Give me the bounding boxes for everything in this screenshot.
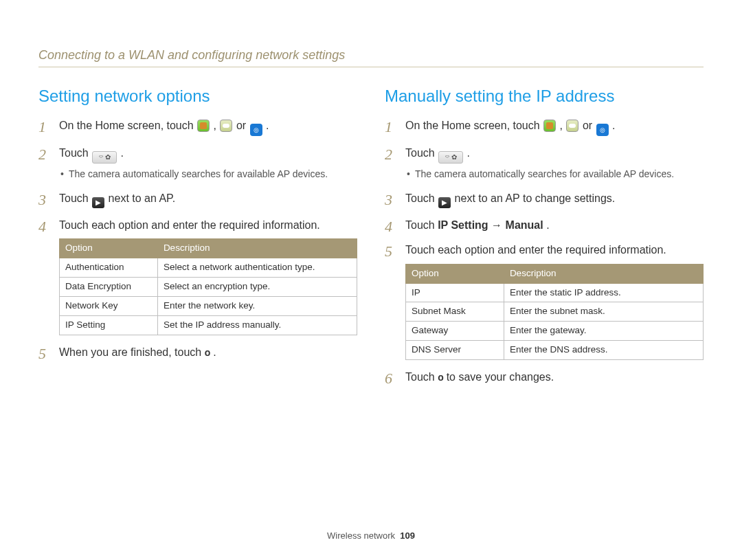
left-step-1: On the Home screen, touch , or ◎ . xyxy=(38,118,357,136)
table-row: GatewayEnter the gateway. xyxy=(406,322,704,341)
right-step-1: On the Home screen, touch , or ◎ . xyxy=(385,118,704,136)
chevron-right-icon: ▶ xyxy=(92,197,104,208)
left-options-table: Option Description AuthenticationSelect … xyxy=(59,238,357,335)
left-step-4: Touch each option and enter the required… xyxy=(38,218,357,335)
wifi-settings-icon: ⌔✿ xyxy=(438,151,463,164)
left-step-5: When you are finished, touch o . xyxy=(38,345,357,360)
table-row: IPEnter the static IP address. xyxy=(406,283,704,302)
section-title-setting-network-options: Setting network options xyxy=(38,87,357,106)
table-row: Data EncryptionSelect an encryption type… xyxy=(60,278,357,297)
table-header: Description xyxy=(157,239,357,258)
wifi-settings-icon: ⌔✿ xyxy=(92,151,117,164)
table-header: Option xyxy=(60,239,158,258)
table-header: Option xyxy=(406,264,504,283)
breadcrumb: Connecting to a WLAN and configuring net… xyxy=(38,48,704,67)
left-step-2-note: The camera automatically searches for av… xyxy=(59,168,357,181)
ok-icon: o xyxy=(205,347,210,358)
table-row: Subnet MaskEnter the subnet mask. xyxy=(406,302,704,322)
right-column: Manually setting the IP address On the H… xyxy=(385,87,704,395)
photo-icon xyxy=(197,120,210,132)
footer-section: Wireless network xyxy=(327,530,395,541)
left-step-3: Touch ▶ next to an AP. xyxy=(38,191,357,208)
table-row: AuthenticationSelect a network authentic… xyxy=(60,258,357,278)
table-row: IP SettingSet the IP address manually. xyxy=(60,315,357,335)
section-title-manual-ip: Manually setting the IP address xyxy=(385,87,704,106)
left-step-2: Touch ⌔✿ . The camera automatically sear… xyxy=(38,146,357,181)
right-step-2: Touch ⌔✿ . The camera automatically sear… xyxy=(385,146,704,181)
cloud-icon xyxy=(220,120,232,132)
ok-icon: o xyxy=(438,372,443,383)
right-step-3: Touch ▶ next to an AP to change settings… xyxy=(385,191,704,208)
table-header: Description xyxy=(504,264,703,283)
cloud-icon xyxy=(566,120,578,132)
page-number: 109 xyxy=(400,530,415,541)
table-row: Network KeyEnter the network key. xyxy=(60,296,357,315)
right-options-table: Option Description IPEnter the static IP… xyxy=(405,264,704,360)
chevron-right-icon: ▶ xyxy=(438,197,451,208)
allshare-icon: ◎ xyxy=(596,124,609,136)
right-step-5: Touch each option and enter the required… xyxy=(385,243,704,360)
right-step-2-note: The camera automatically searches for av… xyxy=(405,168,704,181)
allshare-icon: ◎ xyxy=(250,124,262,136)
photo-icon xyxy=(543,120,556,132)
table-row: DNS ServerEnter the DNS address. xyxy=(406,341,704,360)
right-step-6: Touch o to save your changes. xyxy=(385,370,704,385)
left-column: Setting network options On the Home scre… xyxy=(38,87,357,395)
page-footer: Wireless network 109 xyxy=(0,530,742,541)
right-step-4: Touch IP Setting → Manual . xyxy=(385,218,704,233)
